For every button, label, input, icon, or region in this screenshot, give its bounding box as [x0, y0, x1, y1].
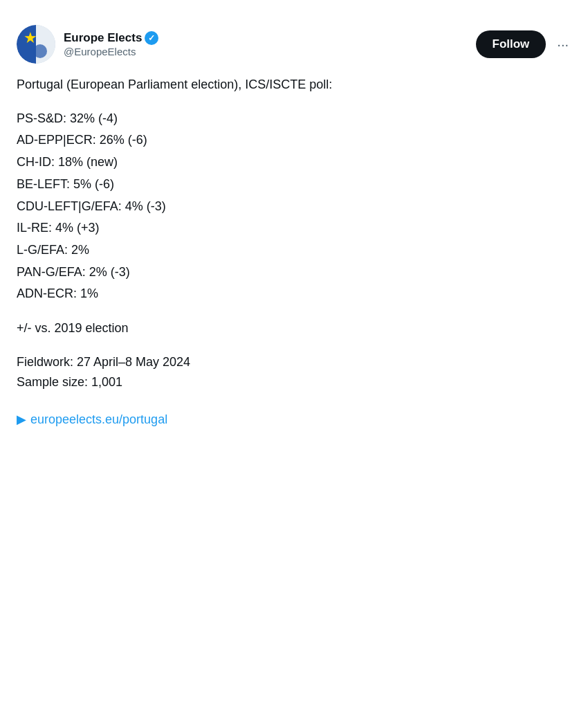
- tweet-link[interactable]: ▶ europeelects.eu/portugal: [17, 410, 571, 430]
- poll-item: L-G/EFA: 2%: [17, 240, 571, 261]
- poll-item: BE-LEFT: 5% (-6): [17, 174, 571, 195]
- tweet-fieldwork: Fieldwork: 27 April–8 May 2024 Sample si…: [17, 352, 571, 393]
- verified-badge: ✓: [145, 31, 158, 45]
- sample-text: Sample size: 1,001: [17, 372, 571, 393]
- tweet-intro: Portugal (European Parliament election),…: [17, 75, 571, 95]
- user-text: Europe Elects ✓ @EuropeElects: [64, 31, 158, 57]
- display-name-row: Europe Elects ✓: [64, 31, 158, 45]
- follow-button[interactable]: Follow: [476, 30, 546, 58]
- avatar: ★: [17, 25, 55, 64]
- user-handle: @EuropeElects: [64, 46, 158, 57]
- tweet-container: ★ Europe Elects ✓ @EuropeElects Follow ·…: [17, 14, 571, 441]
- tweet-body: Portugal (European Parliament election),…: [17, 75, 571, 430]
- poll-item: CH-ID: 18% (new): [17, 152, 571, 173]
- poll-results: PS-S&D: 32% (-4)AD-EPP|ECR: 26% (-6)CH-I…: [17, 109, 571, 304]
- more-options-button[interactable]: ···: [554, 34, 571, 55]
- poll-item: AD-EPP|ECR: 26% (-6): [17, 130, 571, 151]
- user-info: ★ Europe Elects ✓ @EuropeElects: [17, 25, 158, 64]
- poll-item: PAN-G/EFA: 2% (-3): [17, 262, 571, 283]
- tweet-note: +/- vs. 2019 election: [17, 318, 571, 338]
- poll-item: IL-RE: 4% (+3): [17, 218, 571, 239]
- poll-item: ADN-ECR: 1%: [17, 284, 571, 304]
- svg-text:★: ★: [24, 29, 37, 46]
- link-arrow-icon: ▶: [17, 410, 26, 430]
- svg-point-2: [33, 44, 47, 58]
- tweet-note-text: +/- vs. 2019 election: [17, 321, 129, 335]
- display-name: Europe Elects: [64, 31, 142, 45]
- link-text: europeelects.eu/portugal: [30, 410, 167, 430]
- poll-item: CDU-LEFT|G/EFA: 4% (-3): [17, 197, 571, 217]
- fieldwork-text: Fieldwork: 27 April–8 May 2024: [17, 352, 571, 373]
- more-icon: ···: [557, 37, 569, 53]
- tweet-intro-text: Portugal (European Parliament election),…: [17, 78, 332, 91]
- tweet-header: ★ Europe Elects ✓ @EuropeElects Follow ·…: [17, 25, 571, 64]
- header-actions: Follow ···: [476, 30, 572, 58]
- poll-item: PS-S&D: 32% (-4): [17, 109, 571, 129]
